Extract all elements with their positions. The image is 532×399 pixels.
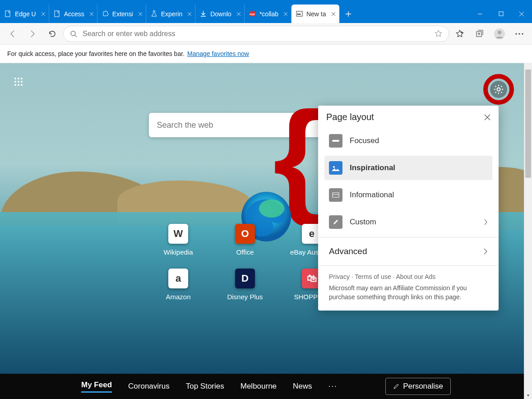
svg-rect-27 [332, 140, 339, 142]
feed-more-button[interactable]: ··· [328, 382, 338, 391]
svg-point-20 [21, 81, 23, 83]
svg-point-17 [21, 78, 23, 79]
tab-strip: Edge UAccessExtensiExperinDownloPDF*coll… [0, 5, 532, 23]
affiliate-disclaimer: Microsoft may earn an Affiliate Commissi… [318, 282, 499, 306]
tab-close-button[interactable] [88, 10, 95, 18]
svg-point-23 [21, 84, 23, 86]
quick-link-wikipedia[interactable]: WWikipedia [163, 224, 193, 256]
back-button[interactable] [4, 25, 22, 43]
tab-icon [5, 10, 11, 17]
advanced-settings-row[interactable]: Advanced [318, 240, 499, 263]
new-tab-button[interactable] [339, 5, 357, 23]
refresh-button[interactable] [43, 25, 61, 43]
layout-option-label: Focused [350, 136, 379, 145]
tab-downlo[interactable]: Downlo [195, 5, 245, 23]
favorites-bar: For quick access, place your favorites h… [0, 45, 532, 63]
svg-point-22 [18, 84, 19, 86]
svg-rect-5 [297, 14, 299, 15]
window-maximize-button[interactable] [490, 5, 511, 23]
scrollbar-thumb[interactable] [525, 70, 531, 178]
quick-link-amazon[interactable]: aAmazon [166, 269, 190, 301]
tab-edgeu[interactable]: Edge U [0, 5, 49, 23]
tab-close-button[interactable] [186, 10, 193, 18]
svg-rect-1 [55, 11, 59, 17]
tab-close-button[interactable] [330, 10, 337, 18]
svg-text:PDF: PDF [250, 13, 255, 16]
favorites-bar-text: For quick access, place your favorites h… [7, 50, 185, 57]
tab-extensi[interactable]: Extensi [97, 5, 146, 23]
feed-tab-coronavirus[interactable]: Coronavirus [128, 382, 170, 391]
window-close-button[interactable] [511, 5, 532, 23]
svg-point-15 [14, 78, 16, 79]
star-outline-icon[interactable] [435, 30, 442, 37]
manage-favorites-link[interactable]: Manage favorites now [187, 50, 249, 57]
vertical-scrollbar[interactable]: ▾ [524, 63, 532, 399]
tile-icon: D [235, 269, 255, 288]
layout-option-focused[interactable]: Focused [324, 129, 492, 153]
popover-close-button[interactable] [484, 114, 490, 121]
scroll-down-arrow[interactable]: ▾ [524, 391, 532, 399]
address-input[interactable] [83, 30, 429, 38]
window-minimize-button[interactable] [470, 5, 490, 23]
popover-title: Page layout [326, 112, 374, 122]
tile-label: Amazon [166, 293, 190, 301]
tab-close-button[interactable] [137, 10, 144, 18]
feed-tab-melbourne[interactable]: Melbourne [241, 382, 277, 391]
layout-option-label: Inspirational [350, 163, 395, 172]
pencil-icon [393, 383, 399, 390]
feed-tab-top-stories[interactable]: Top Stories [186, 382, 224, 391]
tab-close-button[interactable] [235, 10, 242, 18]
feed-bar: My FeedCoronavirusTop StoriesMelbourneNe… [0, 374, 532, 399]
layout-option-label: Informational [350, 190, 394, 200]
footer-link-terms-of-use[interactable]: Terms of use [355, 273, 391, 280]
tab-access[interactable]: Access [49, 5, 97, 23]
favorites-button[interactable] [451, 25, 469, 43]
tab-label: Downlo [210, 10, 231, 18]
svg-point-8 [71, 31, 75, 36]
tab-label: Extensi [112, 10, 133, 18]
tile-icon: a [168, 269, 188, 288]
quick-link-office[interactable]: OOffice [235, 224, 255, 256]
quick-link-disney-plus[interactable]: DDisney Plus [227, 269, 263, 301]
footer-link-about-our-ads[interactable]: About our Ads [396, 273, 435, 280]
forward-button[interactable] [23, 25, 42, 43]
personalise-button[interactable]: Personalise [385, 378, 451, 395]
close-icon [484, 114, 490, 121]
feed-tab-news[interactable]: News [293, 382, 312, 391]
svg-point-13 [518, 33, 520, 34]
app-launcher-icon[interactable] [11, 74, 26, 89]
tab-icon [200, 10, 207, 17]
tile-icon: W [168, 224, 188, 244]
svg-rect-0 [5, 11, 10, 17]
more-button[interactable] [510, 25, 528, 43]
tab-collab[interactable]: PDF*collab [245, 5, 291, 23]
page-settings-button[interactable] [488, 74, 503, 89]
svg-rect-30 [333, 193, 339, 197]
tab-newta[interactable]: New ta [291, 5, 339, 23]
tile-label: Disney Plus [227, 293, 263, 301]
layout-option-custom[interactable]: Custom [324, 210, 492, 234]
tile-label: Office [236, 248, 254, 256]
tile-label: Wikipedia [163, 248, 193, 256]
tab-icon [102, 10, 109, 17]
svg-rect-6 [299, 14, 301, 15]
footer-link-privacy[interactable]: Privacy [329, 273, 350, 280]
tab-icon [296, 10, 303, 17]
feed-tab-my-feed[interactable]: My Feed [81, 380, 112, 393]
tab-close-button[interactable] [40, 10, 47, 18]
svg-point-18 [14, 81, 16, 83]
address-bar[interactable] [63, 26, 449, 42]
layout-option-label: Custom [350, 218, 376, 227]
layout-option-inspirational[interactable]: Inspirational [324, 156, 492, 180]
tab-close-button[interactable] [282, 10, 289, 18]
tab-icon [151, 10, 157, 17]
tab-experin[interactable]: Experin [146, 5, 195, 23]
tab-label: Edge U [15, 10, 36, 18]
profile-button[interactable] [490, 25, 509, 43]
layout-option-informational[interactable]: Informational [324, 183, 492, 207]
page-layout-popover: Page layout FocusedInspirationalInformat… [318, 106, 499, 311]
svg-point-19 [18, 81, 19, 83]
collections-button[interactable] [471, 25, 489, 43]
svg-point-16 [18, 78, 19, 79]
svg-point-12 [515, 33, 517, 34]
